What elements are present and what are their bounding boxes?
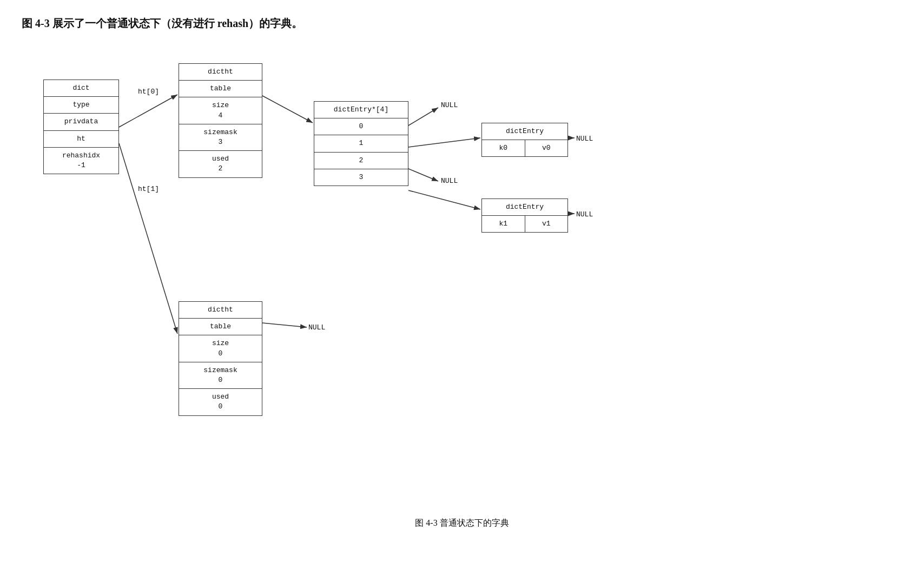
ht1-label: ht[1] — [138, 185, 159, 193]
svg-line-1 — [119, 95, 177, 127]
svg-line-5 — [408, 138, 480, 147]
dictentry-array-3: 3 — [314, 169, 408, 186]
dictentry-array-header: dictEntry*[4] — [314, 102, 408, 118]
dictentry0-kv: k0 v0 — [482, 140, 567, 156]
dictht1-box: dictht table size0 sizemask0 used0 — [179, 301, 262, 416]
dictentry1-kv: k1 v1 — [482, 216, 567, 232]
ht0-label: ht[0] — [138, 88, 159, 96]
null-row0: NULL — [441, 101, 458, 109]
svg-line-2 — [119, 143, 177, 334]
diagram-area: dict type privdata ht rehashidx-1 ht[0] … — [22, 47, 887, 512]
dictht0-box: dictht table size4 sizemask3 used2 — [179, 63, 262, 178]
dictentry-array-box: dictEntry*[4] 0 1 2 3 — [314, 101, 408, 186]
svg-line-4 — [408, 108, 438, 125]
dictht1-used: used0 — [179, 389, 262, 415]
dictht0-sizemask: sizemask3 — [179, 124, 262, 151]
dictht0-used: used2 — [179, 151, 262, 177]
dictht1-sizemask: sizemask0 — [179, 362, 262, 389]
dict-cell-privdata: privdata — [44, 114, 118, 130]
dictht0-label: dictht — [179, 64, 262, 81]
dictentry-array-1: 1 — [314, 135, 408, 152]
null-entry1: NULL — [576, 210, 593, 219]
dictht1-label: dictht — [179, 302, 262, 319]
null-entry0: NULL — [576, 135, 593, 143]
svg-line-7 — [408, 190, 480, 209]
dict-cell-rehashidx: rehashidx-1 — [44, 148, 118, 174]
arrows-svg — [22, 47, 887, 512]
dictentry1-label: dictEntry — [482, 199, 567, 216]
dictentry-array-2: 2 — [314, 153, 408, 169]
dictht0-size: size4 — [179, 97, 262, 124]
svg-line-6 — [408, 169, 438, 181]
svg-line-10 — [262, 323, 307, 327]
dictht0-table: table — [179, 81, 262, 97]
dictht1-size: size0 — [179, 335, 262, 362]
dictentry-array-0: 0 — [314, 118, 408, 135]
null-table1: NULL — [308, 323, 325, 332]
dictht1-table: table — [179, 319, 262, 335]
null-row2: NULL — [441, 177, 458, 185]
dict-cell-ht: ht — [44, 131, 118, 148]
dictentry0-box: dictEntry k0 v0 — [481, 123, 568, 157]
dict-cell-type: type — [44, 97, 118, 114]
svg-line-3 — [262, 96, 313, 123]
dictentry0-label: dictEntry — [482, 123, 567, 140]
dict-box: dict type privdata ht rehashidx-1 — [43, 80, 119, 174]
page-title: 图 4-3 展示了一个普通状态下（没有进行 rehash）的字典。 — [22, 16, 902, 31]
figure-caption: 图 4-3 普通状态下的字典 — [22, 518, 902, 529]
dictentry1-box: dictEntry k1 v1 — [481, 199, 568, 233]
dict-cell-dict: dict — [44, 80, 118, 97]
